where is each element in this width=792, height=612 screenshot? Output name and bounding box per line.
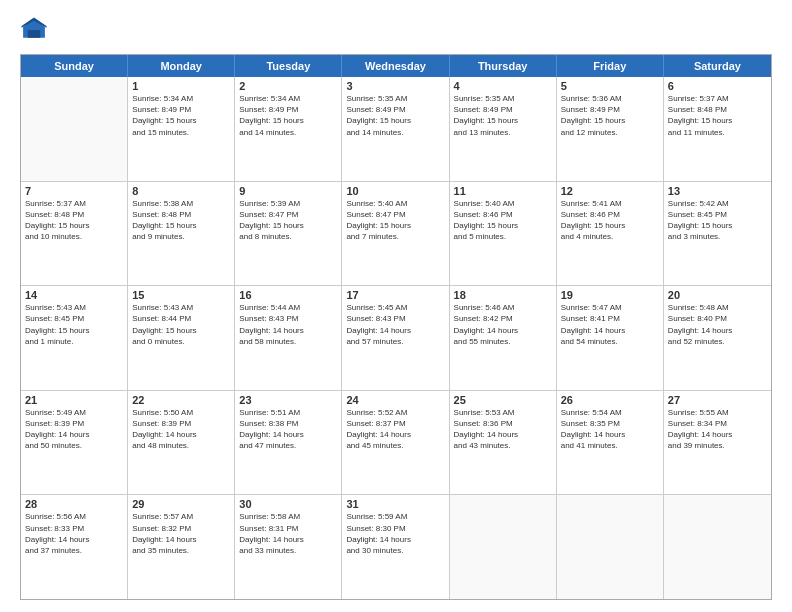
day-content: Sunrise: 5:34 AM Sunset: 8:49 PM Dayligh… <box>132 93 230 138</box>
day-number: 23 <box>239 394 337 406</box>
day-content: Sunrise: 5:40 AM Sunset: 8:47 PM Dayligh… <box>346 198 444 243</box>
day-cell-24: 24Sunrise: 5:52 AM Sunset: 8:37 PM Dayli… <box>342 391 449 495</box>
day-number: 11 <box>454 185 552 197</box>
day-number: 14 <box>25 289 123 301</box>
day-number: 24 <box>346 394 444 406</box>
empty-cell-0-0 <box>21 77 128 181</box>
day-number: 15 <box>132 289 230 301</box>
calendar-row-4: 21Sunrise: 5:49 AM Sunset: 8:39 PM Dayli… <box>21 391 771 496</box>
day-number: 2 <box>239 80 337 92</box>
day-number: 30 <box>239 498 337 510</box>
day-content: Sunrise: 5:34 AM Sunset: 8:49 PM Dayligh… <box>239 93 337 138</box>
day-content: Sunrise: 5:59 AM Sunset: 8:30 PM Dayligh… <box>346 511 444 556</box>
day-number: 17 <box>346 289 444 301</box>
calendar-header: SundayMondayTuesdayWednesdayThursdayFrid… <box>21 55 771 77</box>
calendar-row-1: 1Sunrise: 5:34 AM Sunset: 8:49 PM Daylig… <box>21 77 771 182</box>
day-cell-10: 10Sunrise: 5:40 AM Sunset: 8:47 PM Dayli… <box>342 182 449 286</box>
day-number: 22 <box>132 394 230 406</box>
day-number: 16 <box>239 289 337 301</box>
day-number: 10 <box>346 185 444 197</box>
day-content: Sunrise: 5:44 AM Sunset: 8:43 PM Dayligh… <box>239 302 337 347</box>
day-number: 6 <box>668 80 767 92</box>
day-number: 3 <box>346 80 444 92</box>
day-content: Sunrise: 5:43 AM Sunset: 8:44 PM Dayligh… <box>132 302 230 347</box>
header <box>20 16 772 44</box>
day-content: Sunrise: 5:37 AM Sunset: 8:48 PM Dayligh… <box>668 93 767 138</box>
calendar-row-3: 14Sunrise: 5:43 AM Sunset: 8:45 PM Dayli… <box>21 286 771 391</box>
day-number: 9 <box>239 185 337 197</box>
day-cell-7: 7Sunrise: 5:37 AM Sunset: 8:48 PM Daylig… <box>21 182 128 286</box>
day-number: 27 <box>668 394 767 406</box>
day-content: Sunrise: 5:35 AM Sunset: 8:49 PM Dayligh… <box>346 93 444 138</box>
day-number: 7 <box>25 185 123 197</box>
day-content: Sunrise: 5:50 AM Sunset: 8:39 PM Dayligh… <box>132 407 230 452</box>
header-day-friday: Friday <box>557 55 664 77</box>
day-cell-12: 12Sunrise: 5:41 AM Sunset: 8:46 PM Dayli… <box>557 182 664 286</box>
svg-rect-2 <box>28 30 40 38</box>
day-cell-3: 3Sunrise: 5:35 AM Sunset: 8:49 PM Daylig… <box>342 77 449 181</box>
day-cell-25: 25Sunrise: 5:53 AM Sunset: 8:36 PM Dayli… <box>450 391 557 495</box>
day-cell-16: 16Sunrise: 5:44 AM Sunset: 8:43 PM Dayli… <box>235 286 342 390</box>
day-content: Sunrise: 5:51 AM Sunset: 8:38 PM Dayligh… <box>239 407 337 452</box>
header-day-sunday: Sunday <box>21 55 128 77</box>
day-content: Sunrise: 5:42 AM Sunset: 8:45 PM Dayligh… <box>668 198 767 243</box>
day-number: 28 <box>25 498 123 510</box>
day-cell-6: 6Sunrise: 5:37 AM Sunset: 8:48 PM Daylig… <box>664 77 771 181</box>
day-content: Sunrise: 5:53 AM Sunset: 8:36 PM Dayligh… <box>454 407 552 452</box>
day-cell-30: 30Sunrise: 5:58 AM Sunset: 8:31 PM Dayli… <box>235 495 342 599</box>
day-content: Sunrise: 5:45 AM Sunset: 8:43 PM Dayligh… <box>346 302 444 347</box>
day-cell-17: 17Sunrise: 5:45 AM Sunset: 8:43 PM Dayli… <box>342 286 449 390</box>
day-content: Sunrise: 5:49 AM Sunset: 8:39 PM Dayligh… <box>25 407 123 452</box>
day-cell-11: 11Sunrise: 5:40 AM Sunset: 8:46 PM Dayli… <box>450 182 557 286</box>
day-cell-27: 27Sunrise: 5:55 AM Sunset: 8:34 PM Dayli… <box>664 391 771 495</box>
day-cell-18: 18Sunrise: 5:46 AM Sunset: 8:42 PM Dayli… <box>450 286 557 390</box>
day-content: Sunrise: 5:55 AM Sunset: 8:34 PM Dayligh… <box>668 407 767 452</box>
day-number: 19 <box>561 289 659 301</box>
header-day-tuesday: Tuesday <box>235 55 342 77</box>
day-cell-21: 21Sunrise: 5:49 AM Sunset: 8:39 PM Dayli… <box>21 391 128 495</box>
header-day-thursday: Thursday <box>450 55 557 77</box>
page: SundayMondayTuesdayWednesdayThursdayFrid… <box>0 0 792 612</box>
day-content: Sunrise: 5:41 AM Sunset: 8:46 PM Dayligh… <box>561 198 659 243</box>
day-cell-29: 29Sunrise: 5:57 AM Sunset: 8:32 PM Dayli… <box>128 495 235 599</box>
day-cell-23: 23Sunrise: 5:51 AM Sunset: 8:38 PM Dayli… <box>235 391 342 495</box>
day-content: Sunrise: 5:38 AM Sunset: 8:48 PM Dayligh… <box>132 198 230 243</box>
logo <box>20 16 52 44</box>
day-content: Sunrise: 5:48 AM Sunset: 8:40 PM Dayligh… <box>668 302 767 347</box>
day-number: 5 <box>561 80 659 92</box>
day-cell-14: 14Sunrise: 5:43 AM Sunset: 8:45 PM Dayli… <box>21 286 128 390</box>
day-cell-15: 15Sunrise: 5:43 AM Sunset: 8:44 PM Dayli… <box>128 286 235 390</box>
header-day-wednesday: Wednesday <box>342 55 449 77</box>
day-content: Sunrise: 5:47 AM Sunset: 8:41 PM Dayligh… <box>561 302 659 347</box>
day-content: Sunrise: 5:39 AM Sunset: 8:47 PM Dayligh… <box>239 198 337 243</box>
day-number: 26 <box>561 394 659 406</box>
calendar-body: 1Sunrise: 5:34 AM Sunset: 8:49 PM Daylig… <box>21 77 771 599</box>
day-number: 20 <box>668 289 767 301</box>
day-content: Sunrise: 5:52 AM Sunset: 8:37 PM Dayligh… <box>346 407 444 452</box>
calendar-row-5: 28Sunrise: 5:56 AM Sunset: 8:33 PM Dayli… <box>21 495 771 599</box>
day-number: 29 <box>132 498 230 510</box>
day-cell-31: 31Sunrise: 5:59 AM Sunset: 8:30 PM Dayli… <box>342 495 449 599</box>
day-content: Sunrise: 5:58 AM Sunset: 8:31 PM Dayligh… <box>239 511 337 556</box>
day-content: Sunrise: 5:43 AM Sunset: 8:45 PM Dayligh… <box>25 302 123 347</box>
day-cell-5: 5Sunrise: 5:36 AM Sunset: 8:49 PM Daylig… <box>557 77 664 181</box>
day-cell-19: 19Sunrise: 5:47 AM Sunset: 8:41 PM Dayli… <box>557 286 664 390</box>
day-number: 31 <box>346 498 444 510</box>
day-content: Sunrise: 5:46 AM Sunset: 8:42 PM Dayligh… <box>454 302 552 347</box>
header-day-saturday: Saturday <box>664 55 771 77</box>
day-cell-1: 1Sunrise: 5:34 AM Sunset: 8:49 PM Daylig… <box>128 77 235 181</box>
day-cell-2: 2Sunrise: 5:34 AM Sunset: 8:49 PM Daylig… <box>235 77 342 181</box>
day-cell-4: 4Sunrise: 5:35 AM Sunset: 8:49 PM Daylig… <box>450 77 557 181</box>
day-number: 12 <box>561 185 659 197</box>
day-cell-8: 8Sunrise: 5:38 AM Sunset: 8:48 PM Daylig… <box>128 182 235 286</box>
day-content: Sunrise: 5:54 AM Sunset: 8:35 PM Dayligh… <box>561 407 659 452</box>
empty-cell-4-5 <box>557 495 664 599</box>
day-cell-13: 13Sunrise: 5:42 AM Sunset: 8:45 PM Dayli… <box>664 182 771 286</box>
day-content: Sunrise: 5:40 AM Sunset: 8:46 PM Dayligh… <box>454 198 552 243</box>
day-number: 8 <box>132 185 230 197</box>
day-content: Sunrise: 5:37 AM Sunset: 8:48 PM Dayligh… <box>25 198 123 243</box>
empty-cell-4-4 <box>450 495 557 599</box>
day-content: Sunrise: 5:35 AM Sunset: 8:49 PM Dayligh… <box>454 93 552 138</box>
day-number: 25 <box>454 394 552 406</box>
day-cell-28: 28Sunrise: 5:56 AM Sunset: 8:33 PM Dayli… <box>21 495 128 599</box>
